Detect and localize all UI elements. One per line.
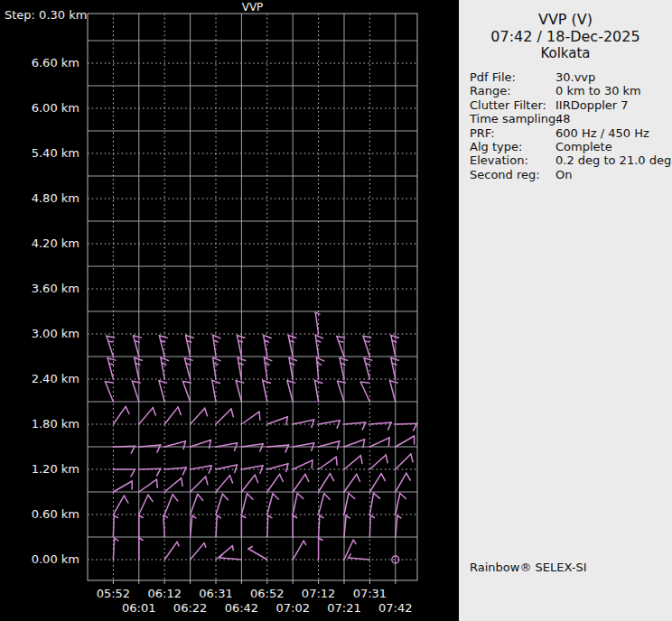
- wind-barb: [293, 541, 306, 560]
- field-value: IIRDoppler 7: [555, 98, 629, 112]
- metadata-field-row: Time sampling:48: [470, 112, 672, 125]
- wind-barb: [315, 312, 320, 334]
- x-axis-label: 06:01: [117, 601, 161, 615]
- metadata-field-row: Clutter Filter:IIRDoppler 7: [470, 98, 672, 112]
- panel-datetime: 07:42 / 18-Dec-2025: [459, 28, 672, 45]
- wind-barb: [113, 406, 129, 424]
- wind-barb: [139, 479, 157, 492]
- y-axis-label: 4.20 km: [0, 236, 79, 250]
- wind-barb: [164, 468, 186, 475]
- field-value: 600 Hz / 450 Hz: [555, 126, 649, 140]
- wind-barb: [344, 422, 366, 430]
- x-axis-label: 05:52: [91, 587, 135, 600]
- wind-barb: [191, 543, 206, 560]
- wind-barb: [344, 540, 356, 560]
- wind-barb: [340, 358, 348, 379]
- y-axis-label: 5.40 km: [0, 146, 79, 160]
- wind-barb: [369, 474, 385, 492]
- wind-barb: [391, 358, 399, 379]
- wind-barb: [113, 469, 135, 477]
- wind-barb: [241, 475, 257, 492]
- wind-barb: [113, 481, 132, 492]
- field-label: Alg type:: [470, 140, 555, 153]
- wind-barb: [319, 474, 334, 492]
- field-label: Range:: [470, 84, 555, 97]
- y-axis-label: 0.60 km: [0, 507, 79, 521]
- wind-barb: [344, 474, 360, 492]
- wind-barb: [186, 336, 194, 357]
- wind-barb: [134, 336, 142, 357]
- wind-barb: [237, 336, 245, 357]
- wind-barb: [267, 464, 288, 472]
- wind-barb: [139, 515, 143, 537]
- panel-title: VVP (V): [459, 11, 672, 28]
- field-label: Time sampling:: [470, 112, 555, 125]
- wind-barb: [164, 495, 178, 514]
- wind-barb: [139, 495, 153, 514]
- wind-barb: [191, 477, 208, 492]
- wind-barb: [348, 554, 369, 560]
- x-axis-label: 06:42: [219, 601, 263, 615]
- wind-barb: [369, 515, 374, 537]
- wind-barb: [344, 515, 350, 537]
- wind-barb: [293, 494, 303, 514]
- wind-barb: [163, 515, 167, 537]
- wind-barb: [369, 493, 379, 514]
- wind-barb: [113, 515, 117, 537]
- wind-barb: [360, 382, 369, 402]
- x-axis-label: 06:12: [143, 587, 186, 600]
- metadata-field-row: Elevation:0.2 deg to 21.0 deg: [470, 153, 672, 167]
- field-value: 0 km to 30 km: [555, 84, 641, 97]
- wind-barb: [107, 358, 116, 379]
- wind-barb: [315, 335, 322, 357]
- wind-barb: [267, 494, 279, 514]
- wind-barb: [344, 494, 355, 514]
- wind-barb: [264, 357, 271, 379]
- wind-barb: [161, 357, 168, 379]
- brand-footer: Rainbow® SELEX-SI: [470, 561, 587, 574]
- wind-barb: [216, 515, 220, 537]
- wind-barb: [139, 445, 161, 452]
- wind-barb: [319, 457, 337, 469]
- wind-barb: [319, 421, 341, 428]
- wind-barb: [182, 381, 191, 402]
- wind-barb: [248, 547, 267, 561]
- wind-barb: [369, 438, 389, 447]
- wind-barb: [263, 381, 271, 402]
- wind-profile-plot: [0, 0, 459, 621]
- wind-barb: [135, 358, 143, 379]
- metadata-field-row: Alg type:Complete: [470, 140, 672, 153]
- wind-barb: [216, 494, 228, 514]
- wind-barb: [113, 538, 117, 560]
- wind-barb: [213, 335, 220, 357]
- wind-barb: [391, 336, 399, 357]
- wind-barb: [396, 515, 401, 537]
- wind-barb: [319, 441, 340, 450]
- plot-border: [88, 14, 417, 580]
- x-axis-label: 07:42: [374, 601, 417, 615]
- wind-barb: [105, 382, 113, 402]
- field-value: 30.vvp: [555, 70, 595, 84]
- wind-barb: [139, 468, 161, 476]
- wind-barb: [364, 358, 372, 379]
- wind-barb: [164, 441, 185, 450]
- wind-barb: [191, 515, 196, 537]
- chart-region: Step: 0.30 km VVP 6.60 km6.00 km5.40 km4…: [0, 0, 459, 621]
- wind-barb: [191, 494, 203, 514]
- wind-barb: [267, 474, 284, 492]
- field-label: Clutter Filter:: [470, 98, 555, 112]
- wind-barb: [139, 408, 156, 424]
- metadata-field-row: PRF:600 Hz / 450 Hz: [470, 126, 672, 140]
- info-panel: VVP (V) 07:42 / 18-Dec-2025 Kolkata Pdf …: [459, 0, 672, 621]
- wind-barb: [267, 417, 288, 425]
- wind-barb: [264, 335, 271, 357]
- y-axis-label: 2.40 km: [0, 372, 79, 385]
- wind-barb: [139, 538, 143, 560]
- wind-barb: [236, 381, 244, 402]
- wind-barb: [164, 407, 181, 424]
- y-axis-label: 6.60 km: [0, 56, 79, 70]
- metadata-fields: Pdf File:30.vvpRange:0 km to 30 kmClutte…: [470, 70, 672, 181]
- wind-barb: [241, 412, 259, 424]
- wind-barb: [164, 542, 179, 560]
- wind-barb: [396, 436, 415, 447]
